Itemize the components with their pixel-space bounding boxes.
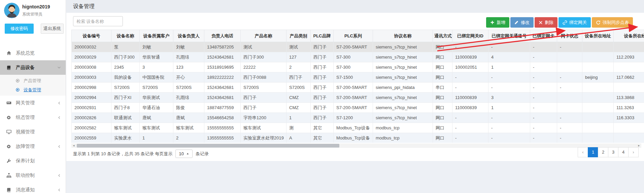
column-header-9[interactable]: 协议名称 (373, 30, 433, 42)
table-cell: 实验室废水处理2019 (241, 133, 286, 143)
column-header-3[interactable]: 设备负责人 (173, 30, 204, 42)
table-cell: 网口 (433, 133, 452, 143)
sidebar-subitem-device-management[interactable]: 设备管理 (0, 85, 66, 94)
table-row[interactable]: 200002994西门子XI华辰测试孔雨绵15243642681西门子CMZ西门… (72, 93, 644, 103)
sidebar-menu: 系统总览产品设备产品管理设备管理网关管理组态管理视频管理故障管理保养计划联动控制… (0, 46, 66, 193)
add-button[interactable]: 新增 (486, 17, 509, 28)
table-cell: 2345 (111, 62, 140, 72)
column-header-12[interactable]: 已绑定网关通道号 (488, 30, 530, 42)
table-row[interactable]: 200002582猴车测试猴车测试猴车测试15555555555猴车测试测其它M… (72, 123, 644, 133)
column-header-7[interactable]: PLC品牌 (311, 30, 334, 42)
next-page-button[interactable]: › (628, 147, 639, 157)
sidebar-item-maintenance-plan[interactable]: 保养计划 (0, 154, 66, 168)
column-header-4[interactable]: 负责人电话 (204, 30, 241, 42)
table-cell: modbus_tcp (373, 133, 433, 143)
search-input[interactable] (73, 16, 123, 26)
table-row[interactable]: 2000030082345312315318919695222222西门子S7-… (72, 62, 644, 72)
column-header-6[interactable]: 产品类别 (286, 30, 311, 42)
sidebar-item-configuration-management[interactable]: 组态管理 (0, 110, 66, 125)
table-cell (582, 123, 614, 133)
table-cell: - (530, 42, 557, 52)
sidebar-item-product-device[interactable]: 产品设备 (0, 60, 66, 75)
logout-button[interactable]: 退出系统 (41, 24, 64, 34)
chevron-left-icon (58, 145, 61, 148)
page-button-4[interactable]: 4 (618, 147, 629, 157)
table-row[interactable]: 200002998S7200SS7200SS7200S15243642681S7… (72, 83, 644, 93)
table-row[interactable]: 200002559实验废水1213555555555实验室废水处理2019A其它… (72, 133, 644, 143)
table-cell: 西门子0088 (241, 72, 286, 83)
chevron-left-icon (58, 116, 61, 119)
sidebar-subitem-label: 产品管理 (24, 78, 41, 84)
sidebar-item-gateway-management[interactable]: 网关管理 (0, 96, 66, 110)
table-cell: 200003008 (72, 62, 111, 72)
sidebar-item-message-notification[interactable]: 消息通知 (0, 183, 66, 193)
table-row[interactable]: 200002931西门子8华通石油陈俊18874877559西门子CMZ西门子S… (72, 103, 644, 113)
table-cell: - (452, 113, 488, 123)
table-row[interactable]: 200002826联通测试唐斌唐斌15546654258字符串12001西门子S… (72, 113, 644, 123)
edit-button[interactable]: 修改 (510, 17, 534, 28)
table-cell: 西门子XI (111, 93, 140, 103)
table-cell: - (557, 113, 582, 123)
sidebar-item-linkage-control[interactable]: 联动控制 (0, 168, 66, 183)
table-cell: 字符串1200 (241, 113, 286, 123)
table-cell: 127 (286, 52, 311, 62)
page-size-select[interactable]: 10 (175, 150, 192, 158)
table-cell: 网口 (433, 62, 452, 72)
plus-icon (490, 20, 495, 25)
sidebar-item-video-management[interactable]: 视频管理 (0, 125, 66, 139)
table-cell: 1 (488, 103, 530, 113)
sidebar-item-system-overview[interactable]: 系统总览 (0, 46, 66, 60)
bind-gateway-button[interactable]: 绑定网关 (558, 17, 591, 28)
table-cell: - (530, 123, 557, 133)
table-cell: S7-1200 (334, 113, 373, 123)
table-cell: 13555555555 (204, 133, 241, 143)
table-cell: - (557, 83, 582, 93)
sidebar-subitem-product-management[interactable]: 产品管理 (0, 76, 66, 85)
column-header-16[interactable]: 设备所在经度 (614, 30, 644, 42)
page-button-2[interactable]: 2 (598, 147, 608, 157)
sidebar-item-fault-management[interactable]: 故障管理 (0, 139, 66, 154)
table-cell: 西门子300 (111, 52, 140, 62)
column-header-5[interactable]: 产品名称 (241, 30, 286, 42)
pagination-bar: 显示第 1 到第 10 条记录，总共 35 条记录 每页显示 10 条记录 ‹1… (66, 147, 644, 159)
prev-page-button[interactable]: ‹ (578, 147, 588, 157)
column-header-10[interactable]: 通讯方式 (433, 30, 452, 42)
column-header-1[interactable]: 设备名称 (111, 30, 140, 42)
page-button-1[interactable]: 1 (588, 147, 598, 157)
column-header-13[interactable]: 已绑定网卡 (530, 30, 557, 42)
table-cell: 117.0662 (614, 72, 644, 83)
column-header-0[interactable]: 设备编号 (72, 30, 111, 42)
table-row[interactable]: 200003032泵刘敏刘敏13487587205测试测试西门子S7-200-S… (72, 42, 644, 52)
column-header-14[interactable]: 网卡状态 (557, 30, 582, 42)
table-cell: siemens_s7tcp_hinet (373, 62, 433, 72)
table-cell: - (488, 123, 530, 133)
table-cell: 200003032 (72, 42, 111, 52)
table-cell: 3 (140, 62, 173, 72)
chevron-left-icon (58, 174, 61, 177)
delete-button[interactable]: 删除 (535, 17, 557, 28)
column-header-11[interactable]: 已绑定网关ID (452, 30, 488, 42)
column-header-2[interactable]: 设备所属客户 (140, 30, 173, 42)
page-button-3[interactable]: 3 (608, 147, 618, 157)
column-header-15[interactable]: 设备所在地址 (582, 30, 614, 42)
force-sync-button[interactable]: 强制同步点表 (592, 17, 633, 28)
table-cell: 串口 (433, 83, 452, 93)
table-cell: 网口 (433, 42, 452, 52)
table-cell: 西门子 (241, 93, 286, 103)
table-cell: - (557, 72, 582, 83)
table-cell: 200003029 (72, 52, 111, 62)
table-cell: 113.3868 (614, 93, 644, 103)
table-row[interactable]: 200003003我的设备中国国务院开心18922222222西门子0088西门… (72, 72, 644, 83)
table-cell: 猴车测试 (173, 123, 204, 133)
table-row[interactable]: 200003029西门子300华辰智通孔雨绵15243642681西门子3001… (72, 52, 644, 62)
change-password-button[interactable]: 修改密码 (5, 24, 34, 34)
sidebar-item-label: 产品设备 (16, 65, 35, 71)
table-cell: S7200S (286, 83, 311, 93)
table-cell: 22222 (241, 62, 286, 72)
column-header-8[interactable]: PLC系列 (334, 30, 373, 42)
table-cell (582, 62, 614, 72)
table-cell: 猴车测试 (241, 123, 286, 133)
table-cell: 测试 (241, 42, 286, 52)
table-cell: 华辰测试 (140, 93, 173, 103)
table-cell: 15243642681 (204, 83, 241, 93)
